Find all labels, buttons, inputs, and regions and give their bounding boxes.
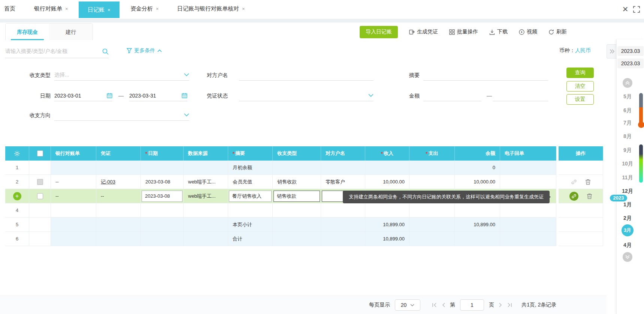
header-source: 数据来源: [184, 146, 228, 161]
prev-page-button[interactable]: [442, 303, 445, 307]
voucher-link[interactable]: 记-003: [101, 179, 115, 185]
chevron-down-icon: [410, 304, 414, 306]
table-row-opening-balance: 1 月初余额 0: [5, 161, 603, 175]
income-type-select[interactable]: 选择...: [54, 69, 189, 81]
fullscreen-icon[interactable]: [633, 6, 640, 13]
date-to-input[interactable]: 2023-03-31: [129, 90, 187, 101]
tab-bank-statement[interactable]: 银行对账单×: [34, 5, 68, 12]
clear-button[interactable]: 清空: [566, 81, 594, 92]
month-item-8[interactable]: 8月: [617, 133, 638, 140]
query-button[interactable]: 查询: [566, 68, 594, 78]
thermometer-bulb: [638, 122, 644, 128]
row-checkbox[interactable]: [37, 193, 43, 199]
currency-value[interactable]: 人民币: [575, 47, 591, 53]
close-tab-icon[interactable]: ×: [156, 6, 159, 12]
tab-fund-analysis[interactable]: 资金分析×: [130, 5, 159, 12]
download-icon: [489, 29, 495, 35]
type-edit-input[interactable]: 销售收款: [273, 191, 320, 202]
summary-input[interactable]: [423, 69, 548, 81]
batch-operation-icon: [449, 29, 455, 35]
summary-edit-input[interactable]: 餐厅销售收入: [229, 191, 272, 202]
generate-voucher-button[interactable]: 生成凭证: [409, 29, 438, 35]
month-item-2[interactable]: 2月: [617, 215, 638, 222]
month-item-6[interactable]: 6月: [617, 107, 638, 114]
date-label: 日期: [17, 90, 51, 101]
generate-voucher-icon: [409, 29, 415, 35]
toolbar: 导入日记账 生成凭证 批量操作 下载 视频 刷新: [360, 26, 567, 38]
search-input[interactable]: 请输入摘要/类型/户名/金额: [5, 45, 109, 58]
double-chevron-up-icon: [625, 81, 630, 85]
import-journal-button[interactable]: 导入日记账: [360, 26, 398, 38]
tab-journal[interactable]: 日记账×: [79, 2, 120, 18]
next-page-button[interactable]: [499, 303, 502, 307]
date-edit-input[interactable]: 2023-03-08: [142, 191, 182, 202]
month-item-12[interactable]: 12月: [617, 188, 638, 195]
per-page-select[interactable]: 20: [395, 299, 420, 311]
amount-from-input[interactable]: [423, 90, 481, 101]
month-item-4[interactable]: 4月: [617, 242, 638, 249]
close-tab-icon[interactable]: ×: [242, 6, 245, 12]
select-all-checkbox[interactable]: [29, 146, 51, 161]
link-icon[interactable]: [571, 179, 577, 185]
currency-indicator: 币种：人民币: [559, 47, 591, 54]
batch-operation-button[interactable]: 批量操作: [449, 29, 478, 35]
header-party: 对方户名: [321, 146, 365, 161]
date-from-input[interactable]: 2023-03-01: [54, 90, 112, 101]
link-related-icon[interactable]: [569, 192, 578, 201]
top-tabbar: 首页 银行对账单× 日记账× 资金分析× 日记账与银行对账单核对× ×: [0, 0, 644, 19]
tab-home[interactable]: 首页: [4, 5, 15, 12]
calendar-icon[interactable]: [182, 93, 187, 98]
month-item-5[interactable]: 5月: [617, 93, 638, 100]
refresh-button[interactable]: 刷新: [548, 29, 567, 35]
video-button[interactable]: 视频: [519, 29, 537, 35]
delete-icon[interactable]: [587, 193, 592, 199]
period-box-selected[interactable]: 2023.03: [617, 59, 644, 68]
scroll-months-up-button[interactable]: [623, 78, 632, 88]
scroll-months-down-button[interactable]: [623, 252, 632, 262]
period-box-current[interactable]: 2023.03: [617, 46, 644, 56]
page-suffix: 页: [489, 302, 494, 308]
double-chevron-down-icon: [625, 255, 630, 259]
column-settings-button[interactable]: [5, 146, 29, 161]
date-range-dash: —: [118, 90, 124, 101]
month-item-11[interactable]: 11月: [617, 174, 638, 181]
voucher-status-select[interactable]: [239, 90, 374, 101]
calendar-icon[interactable]: [107, 93, 112, 98]
counterparty-input[interactable]: [239, 69, 374, 81]
month-item-9[interactable]: 9月: [617, 147, 638, 154]
close-icon[interactable]: ×: [619, 3, 632, 16]
settings-button[interactable]: 设置: [566, 94, 594, 105]
last-page-button[interactable]: [507, 303, 512, 307]
direction-select[interactable]: [54, 110, 189, 121]
header-expense: *支出: [409, 146, 455, 161]
search-icon[interactable]: [102, 48, 109, 55]
delete-icon[interactable]: [585, 179, 591, 185]
download-button[interactable]: 下载: [489, 29, 508, 35]
month-item-7[interactable]: 7月: [617, 120, 638, 126]
chevron-up-icon: [157, 49, 162, 52]
page-number-input[interactable]: 1: [460, 299, 484, 311]
tab-cash-on-hand[interactable]: 库存现金: [6, 24, 49, 40]
amount-to-input[interactable]: [493, 90, 548, 101]
chevron-down-icon: [184, 73, 189, 77]
refresh-icon: [548, 29, 554, 35]
chevron-down-icon: [368, 94, 374, 97]
close-tab-icon[interactable]: ×: [65, 6, 68, 12]
header-operations: 操作: [559, 146, 603, 161]
row-checkbox[interactable]: [37, 179, 43, 185]
month-item-3-active[interactable]: 3月: [622, 224, 634, 236]
more-conditions-toggle[interactable]: 更多条件: [127, 47, 162, 54]
double-chevron-right-icon: [610, 49, 614, 54]
table-row-total: 6 合计 10,899.00: [5, 232, 603, 246]
income-type-label: 收支类型: [17, 69, 51, 81]
add-row-button[interactable]: +: [13, 192, 21, 200]
month-item-10[interactable]: 10月: [617, 161, 638, 167]
tab-ccb-bank[interactable]: 建行: [49, 24, 93, 40]
collapse-rail-button[interactable]: [607, 44, 617, 59]
month-item-1[interactable]: 1月: [617, 201, 638, 208]
close-tab-icon[interactable]: ×: [108, 7, 111, 13]
counterparty-label: 对方户名: [194, 69, 228, 81]
tab-journal-bank-check[interactable]: 日记账与银行对账单核对×: [177, 5, 245, 12]
first-page-button[interactable]: [432, 303, 437, 307]
gear-icon: [14, 150, 20, 157]
